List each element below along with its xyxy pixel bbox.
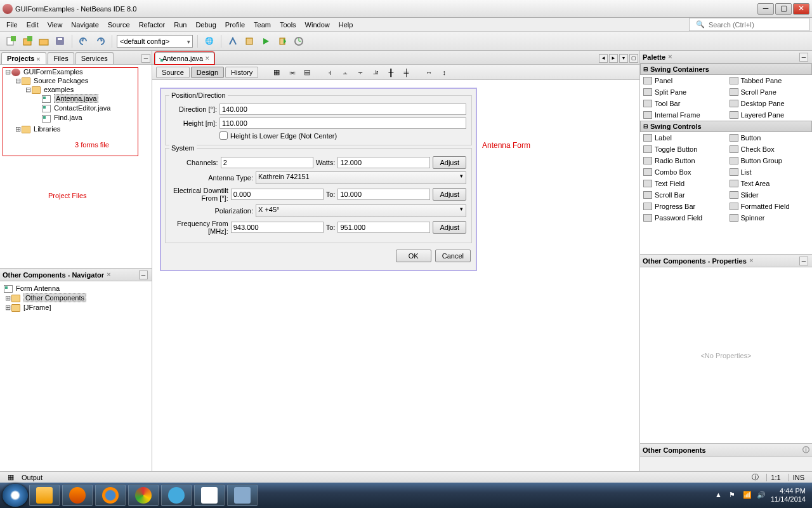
globe-button[interactable]: 🌐: [202, 34, 216, 48]
input-height[interactable]: [219, 117, 466, 129]
tree-file-contacteditor[interactable]: ContactEditor.java: [34, 104, 149, 113]
combo-polarization[interactable]: X +45°: [256, 204, 466, 217]
navigator-tree[interactable]: Form Antenna ⊞ Other Components ⊞ [JFram…: [0, 281, 152, 471]
menu-navigate[interactable]: Navigate: [67, 20, 102, 30]
build-button[interactable]: [226, 34, 240, 48]
input-direction[interactable]: [219, 104, 466, 115]
form-root[interactable]: Position/Direction Direction [°]: Height…: [160, 88, 477, 271]
preview-icon[interactable]: ▤: [300, 65, 314, 79]
palette-desktoppane[interactable]: Desktop Pane: [726, 98, 813, 109]
notifications-icon[interactable]: ⓘ: [752, 472, 759, 482]
palette-list[interactable]: List: [726, 166, 813, 178]
selection-mode-icon[interactable]: ▦: [270, 65, 284, 79]
adjust-freq-button[interactable]: Adjust: [433, 221, 466, 234]
output-tab[interactable]: Output: [22, 474, 43, 481]
open-project-button[interactable]: [37, 34, 51, 48]
nav-other-components[interactable]: ⊞ Other Components: [4, 293, 149, 303]
input-watts[interactable]: [337, 157, 430, 168]
resize-h-icon[interactable]: ↔: [422, 65, 436, 79]
minimize-palette-button[interactable]: ─: [799, 53, 808, 62]
projects-tree[interactable]: 3 forms file Project Files ⊟ GUIFormExam…: [0, 65, 152, 268]
config-combo[interactable]: <default config>: [117, 35, 193, 48]
mode-design[interactable]: Design: [191, 67, 224, 78]
nav-root[interactable]: Form Antenna: [4, 284, 149, 293]
menu-window[interactable]: Window: [301, 20, 334, 30]
align-left-icon[interactable]: ⫞: [323, 65, 337, 79]
ok-button[interactable]: OK: [396, 250, 431, 262]
debug-button[interactable]: [275, 34, 289, 48]
input-freq-to[interactable]: [337, 222, 430, 233]
run-button[interactable]: [259, 34, 273, 48]
combo-antenna-type[interactable]: Kathrein 742151: [256, 171, 466, 184]
tray-volume-icon[interactable]: 🔊: [757, 491, 766, 500]
undo-button[interactable]: [77, 34, 91, 48]
start-button[interactable]: [3, 484, 28, 507]
palette-textarea[interactable]: Text Area: [726, 178, 813, 189]
minimize-projects-button[interactable]: ─: [141, 54, 150, 63]
mode-history[interactable]: History: [225, 67, 258, 78]
nav-jframe[interactable]: ⊞ [JFrame]: [4, 303, 149, 312]
menu-file[interactable]: File: [3, 20, 22, 30]
menu-help[interactable]: Help: [335, 20, 357, 30]
tray-network-icon[interactable]: 📶: [743, 491, 752, 500]
palette-passwordfield[interactable]: Password Field: [640, 212, 726, 224]
mode-source[interactable]: Source: [156, 67, 190, 78]
close-tab-icon[interactable]: ✕: [205, 55, 210, 62]
palette-progressbar[interactable]: Progress Bar: [640, 201, 726, 212]
palette-radiobutton[interactable]: Radio Button: [640, 155, 726, 166]
palette-toolbar[interactable]: Tool Bar: [640, 98, 726, 109]
palette-spinner[interactable]: Spinner: [726, 212, 813, 224]
input-channels[interactable]: [221, 157, 313, 168]
tray-clock[interactable]: 4:44 PM 11/14/2014: [771, 487, 806, 504]
task-chrome[interactable]: [128, 485, 159, 506]
minimize-properties-button[interactable]: ─: [799, 257, 808, 265]
palette-textfield[interactable]: Text Field: [640, 178, 726, 189]
align-bottom-icon[interactable]: ⫡: [369, 65, 383, 79]
resize-v-icon[interactable]: ↕: [437, 65, 451, 79]
palette-body[interactable]: Swing Containers Panel Tabbed Pane Split…: [640, 64, 812, 254]
editor-nav-back[interactable]: ◄: [599, 54, 608, 63]
center-h-icon[interactable]: ╫: [384, 65, 398, 79]
palette-checkbox[interactable]: Check Box: [726, 144, 813, 155]
palette-slider[interactable]: Slider: [726, 189, 813, 201]
quick-search[interactable]: 🔍: [689, 18, 809, 31]
editor-dropdown[interactable]: ▾: [619, 54, 628, 63]
editor-nav-fwd[interactable]: ►: [609, 54, 618, 63]
editor-maximize[interactable]: ▢: [629, 54, 638, 63]
tree-file-find[interactable]: Find.java: [34, 113, 149, 123]
tree-package-examples[interactable]: ⊟ examples Antenna.java ContactEditor.ja…: [24, 85, 149, 123]
tray-up-icon[interactable]: ▲: [715, 491, 724, 500]
system-tray[interactable]: ▲ ⚑ 📶 🔊 4:44 PM 11/14/2014: [715, 487, 809, 504]
connection-mode-icon[interactable]: ⫘: [285, 65, 299, 79]
palette-internalframe[interactable]: Internal Frame: [640, 109, 726, 121]
task-mediaplayer[interactable]: [62, 485, 93, 506]
quick-search-input[interactable]: [709, 21, 806, 29]
align-top-icon[interactable]: ⫟: [353, 65, 367, 79]
maximize-button[interactable]: ▢: [775, 3, 792, 15]
tab-projects[interactable]: Projects✕: [1, 52, 46, 64]
palette-togglebutton[interactable]: Toggle Button: [640, 144, 726, 155]
close-button[interactable]: ✕: [793, 3, 809, 15]
save-all-button[interactable]: [53, 34, 67, 48]
menu-source[interactable]: Source: [104, 20, 134, 30]
minimize-button[interactable]: ─: [757, 3, 774, 15]
task-explorer[interactable]: [29, 485, 60, 506]
adjust-watts-button[interactable]: Adjust: [433, 156, 466, 169]
palette-button[interactable]: Button: [726, 132, 813, 144]
palette-label[interactable]: Label: [640, 132, 726, 144]
output-tab-icon[interactable]: ▦: [8, 473, 14, 481]
input-freq-from[interactable]: [231, 222, 324, 233]
menu-view[interactable]: View: [44, 20, 67, 30]
input-downtilt-from[interactable]: [231, 189, 324, 200]
menu-team[interactable]: Team: [250, 20, 275, 30]
tray-flag-icon[interactable]: ⚑: [729, 491, 738, 500]
redo-button[interactable]: [93, 34, 107, 48]
task-ie[interactable]: [161, 485, 192, 506]
profile-button[interactable]: [292, 34, 306, 48]
palette-layeredpane[interactable]: Layered Pane: [726, 109, 813, 121]
task-paint[interactable]: [194, 485, 225, 506]
palette-splitpane[interactable]: Split Pane: [640, 86, 726, 98]
form-designer-canvas[interactable]: Antenna Form Position/Direction Directio…: [152, 80, 639, 471]
palette-cat-controls[interactable]: Swing Controls: [640, 121, 812, 132]
tree-source-packages[interactable]: ⊟ Source Packages ⊟ examples Antenna.jav…: [14, 76, 149, 124]
